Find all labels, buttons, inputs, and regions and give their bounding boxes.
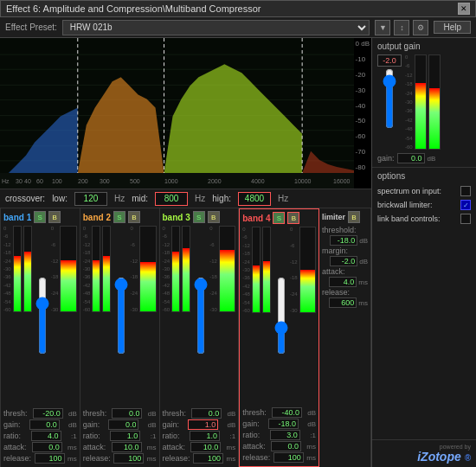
band-1-ratio-input[interactable] [31, 431, 61, 441]
spectrum-on-input-row: spectrum on input: [377, 186, 471, 196]
band-4-header: band 4 S B [242, 212, 316, 224]
limiter-thresh-input[interactable] [330, 235, 357, 246]
band-1-solo-button[interactable]: S [34, 211, 46, 223]
spectrum-on-input-checkbox[interactable] [460, 186, 471, 196]
right-panel: output gain -2.0 0 -6 -12 -18 -24 [372, 38, 476, 467]
band-1-header: band 1 S B [3, 211, 77, 223]
preset-save-icon[interactable]: ▼ [375, 20, 390, 35]
band-2-meter-1-fill [93, 260, 100, 311]
crossover-mid-input[interactable] [155, 192, 188, 206]
spectrum-display: 0 dB -10 -20 -30 -40 -50 -60 -70 -80 Hz … [0, 38, 371, 189]
limiter-release-row: release: [322, 288, 368, 297]
band-2-threshold-slider[interactable] [114, 277, 128, 355]
band-2-ratio-input[interactable] [110, 431, 140, 441]
band-2-attack-input[interactable] [112, 442, 142, 452]
band-4-gain-input[interactable] [268, 419, 299, 429]
limiter-attack-input[interactable] [329, 277, 357, 287]
band-3-bypass-button[interactable]: B [208, 211, 220, 223]
band-1-gain-input[interactable] [29, 419, 60, 430]
output-gain-controls: -2.0 0 -6 -12 -18 -24 -30 -36 -42 [377, 54, 471, 150]
band-1: band 1 S B 0-6-12-18-24-30-36-42-48-54-6… [0, 208, 80, 467]
brickwall-limiter-checkbox[interactable] [460, 200, 471, 210]
band-1-slider-container [35, 226, 49, 406]
crossover-low-input[interactable] [74, 192, 107, 206]
band-1-threshold-slider[interactable] [35, 277, 49, 355]
gain-label: gain: [377, 154, 395, 163]
band-4-thresh-row: thresh: dB [242, 407, 316, 418]
limiter-bypass-button[interactable]: B [348, 211, 360, 223]
band-2-release-input[interactable] [113, 453, 144, 464]
band-1-bypass-button[interactable]: B [48, 211, 61, 223]
output-meter-right-fill [429, 88, 440, 149]
band-4-thresh-input[interactable] [272, 407, 302, 418]
band-3-attack-input[interactable] [190, 442, 221, 452]
preset-label: Effect Preset: [5, 22, 57, 32]
band-3-gain-input[interactable] [188, 419, 218, 430]
gain-text-input[interactable] [397, 153, 425, 163]
band-4-attack-input[interactable] [271, 441, 301, 451]
band-2-label: band 2 [83, 213, 111, 222]
close-button[interactable]: ✕ [458, 3, 470, 15]
output-meter-left-fill [415, 83, 426, 149]
band-1-meter-bars [13, 226, 32, 406]
crossover-high-input[interactable] [238, 192, 271, 206]
gain-unit: dB [428, 155, 436, 163]
band-2-meter-2 [102, 226, 111, 312]
limiter-params: threshold: dB margin: dB attack: [322, 226, 368, 309]
band-4-meter-3-fill [300, 270, 315, 312]
crossover-mid-unit: Hz [195, 194, 205, 203]
band-2-thresh-input[interactable] [112, 408, 142, 419]
band-2-gain-input[interactable] [108, 419, 138, 430]
band-1-meter-1 [13, 226, 22, 312]
preset-select[interactable]: HRW 021b [62, 20, 370, 35]
band-2: band 2 S B 0-6-12-18-24-30-36-42-48-54-6… [80, 208, 160, 467]
band-4-meters: 0-6-12-18-24-30-36-42-48-54-60 [242, 227, 316, 405]
limiter-attack-row: attack: [322, 267, 368, 276]
band-4-slider-container [274, 227, 288, 405]
band-2-release-row: release: ms [83, 453, 157, 464]
band-4-threshold-slider[interactable] [274, 277, 288, 355]
band-1-meter-1-fill [14, 256, 21, 311]
brickwall-limiter-row: brickwall limiter: [377, 200, 471, 210]
output-gain-slider[interactable] [382, 68, 397, 129]
band-1-attack-input[interactable] [32, 442, 62, 452]
gain-text-row: gain: dB [377, 153, 471, 163]
band-4-bypass-button[interactable]: B [287, 212, 299, 224]
crossover-low-unit: Hz [114, 194, 125, 203]
output-gain-title: output gain [377, 42, 471, 51]
band-4-meter-3 [299, 227, 316, 313]
brand-logo: iZotope ® [377, 450, 471, 464]
band-3-solo-button[interactable]: S [193, 211, 205, 223]
spectrum-svg [0, 38, 354, 173]
band-3-meter-3-fill [220, 250, 235, 311]
band-2-bypass-button[interactable]: B [128, 211, 140, 223]
band-2-meter-2-fill [103, 256, 110, 311]
preset-load-icon[interactable]: ↕ [394, 20, 409, 35]
band-1-release-input[interactable] [35, 453, 65, 464]
band-3-ratio-input[interactable] [190, 431, 220, 441]
crossover-bar: crossover: low: Hz mid: Hz high: Hz [0, 189, 371, 208]
band-1-thresh-input[interactable] [33, 408, 63, 419]
band-4-ratio-input[interactable] [270, 430, 300, 440]
crossover-mid-label: mid: [132, 194, 148, 203]
options-controls: spectrum on input: brickwall limiter: li… [377, 186, 471, 224]
help-button[interactable]: Help [434, 21, 471, 34]
band-3-db-scale-2: 0-6-12-18-24-30 [209, 226, 217, 312]
band-3-release-input[interactable] [193, 453, 223, 464]
gain-display-container: -2.0 [377, 54, 402, 129]
crossover-high-unit: Hz [278, 194, 288, 203]
band-3-attack-row: attack: ms [163, 442, 236, 452]
band-4-release-input[interactable] [273, 452, 304, 463]
band-2-solo-button[interactable]: S [113, 211, 125, 223]
band-1-params: thresh: dB gain: dB ratio: :1 [3, 408, 77, 464]
preset-options-icon[interactable]: ⚙ [413, 20, 428, 35]
link-band-controls-checkbox[interactable] [460, 214, 471, 224]
band-3-threshold-slider[interactable] [194, 277, 208, 355]
band-4-solo-button[interactable]: S [273, 212, 285, 224]
preset-bar: Effect Preset: HRW 021b ▼ ↕ ⚙ Help [0, 17, 476, 38]
band-3-meter-1 [171, 226, 180, 312]
limiter-release-input[interactable] [329, 297, 357, 308]
limiter-margin-input[interactable] [330, 256, 357, 266]
band-1-meter-3-fill [61, 260, 75, 311]
band-3-thresh-input[interactable] [191, 408, 222, 419]
